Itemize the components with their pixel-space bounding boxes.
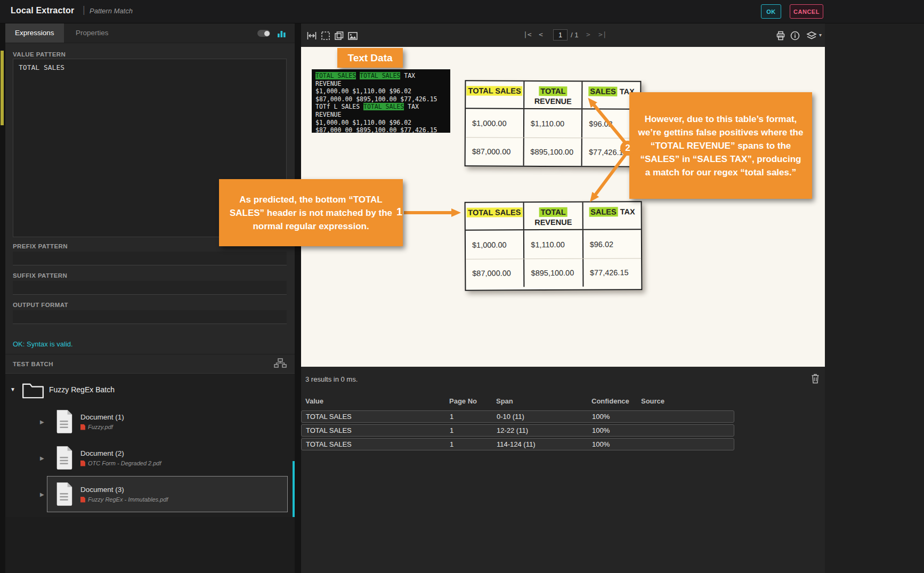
page-number-input[interactable] (553, 29, 568, 41)
table-cell: $96.02 (582, 230, 642, 259)
text-data-callout: Text Data (337, 48, 403, 68)
title-separator: | (83, 4, 85, 15)
cancel-button[interactable]: CANCEL (790, 4, 823, 19)
results-column-header: Span (496, 397, 591, 405)
panel-splitter[interactable] (295, 23, 301, 573)
pdf-icon (80, 424, 85, 430)
collapse-caret-icon[interactable]: ▼ (10, 386, 15, 392)
prefix-pattern-label: PREFIX PATTERN (13, 243, 68, 249)
console-line: $1,000.00 $1,110.00 $96.02 (315, 119, 447, 127)
page-total: / 1 (571, 31, 578, 39)
table-cell: $87,000.00 (466, 138, 523, 166)
left-edge-marker (1, 51, 4, 125)
table-cell: $1,000.00 (466, 109, 523, 138)
panel-tab-bar: Expressions Properties (5, 23, 295, 43)
output-format-input[interactable] (13, 310, 287, 324)
suffix-pattern-input[interactable] (13, 281, 287, 295)
title-bar: Local Extractor | Pattern Match OK CANCE… (0, 0, 924, 23)
result-row[interactable]: TOTAL SALES1114-124 (11)100% (301, 438, 734, 450)
callout-2-number: 2 (620, 141, 635, 156)
green-highlight: SALES (588, 86, 617, 96)
console-line: $1,000.00 $1,110.00 $96.02 (315, 87, 447, 95)
results-column-header: Confidence (591, 397, 641, 405)
toggle-icon[interactable] (257, 30, 270, 37)
yellow-highlight: TOTAL SALES (466, 207, 522, 217)
syntax-status: OK: Syntax is valid. (13, 340, 73, 348)
document-icon (54, 408, 74, 435)
table-header-cell: SALES TAX (582, 202, 641, 229)
expand-caret-icon[interactable]: ▶ (40, 455, 44, 461)
expressions-panel: Expressions Properties VALUE PATTERN TOT… (5, 23, 295, 573)
preview-table-bottom: TOTAL SALESTOTAL REVENUESALES TAX$1,000.… (465, 201, 643, 291)
pdf-icon (80, 461, 85, 466)
document-filename: OTC Form - Degraded 2.pdf (88, 460, 161, 466)
chart-icon[interactable] (277, 29, 286, 38)
green-highlight: SALES (589, 207, 618, 216)
suffix-pattern-label: SUFFIX PATTERN (13, 272, 67, 279)
test-batch-label: TEST BATCH (13, 361, 53, 367)
prefix-pattern-input[interactable] (13, 252, 287, 265)
layers-icon[interactable] (805, 30, 818, 41)
folder-icon (21, 382, 45, 399)
info-icon[interactable] (790, 30, 800, 41)
app-title: Local Extractor (11, 6, 74, 15)
batch-folder-row[interactable]: ▼ Fuzzy RegEx Batch (5, 380, 295, 400)
table-cell: $1,000.00 (466, 230, 524, 259)
last-page-button[interactable]: >| (598, 30, 607, 38)
layers-dropdown-caret-icon[interactable]: ▾ (819, 32, 822, 38)
yellow-highlight: TOTAL SALES (467, 86, 523, 96)
output-format-label: OUTPUT FORMAT (13, 302, 68, 308)
table-header-cell: TOTAL SALES (466, 81, 523, 108)
left-edge-rail (0, 23, 5, 573)
expand-caret-icon[interactable]: ▶ (40, 419, 44, 425)
console-line: TOTAL SALES TOTAL SALES TAX (315, 72, 447, 80)
results-panel: 3 results in 0 ms. ValuePage NoSpanConfi… (301, 367, 825, 573)
marquee-select-icon[interactable] (320, 30, 331, 41)
results-column-header: Source (641, 397, 734, 405)
table-cell: $87,000.00 (466, 259, 524, 287)
table-header-cell: TOTAL REVENUE (523, 82, 582, 109)
matched-text: TOTAL SALES (360, 72, 400, 79)
batch-hierarchy-icon[interactable] (274, 358, 287, 368)
table-header-cell: TOTAL SALES (466, 203, 524, 230)
callout-1-text: As predicted, the bottom “TOTAL SALES” h… (227, 193, 395, 233)
viewer-toolbar: |< < / 1 > >| ▾ (301, 23, 825, 47)
document-item[interactable]: ▶Document (1)Fuzzy.pdf (47, 403, 288, 440)
first-page-button[interactable]: |< (523, 30, 532, 38)
table-cell: $895,100.00 (523, 138, 581, 166)
result-row[interactable]: TOTAL SALES112-22 (11)100% (301, 424, 734, 437)
console-line: $87,000.00 $895,100.00 $77,426.15 (315, 95, 447, 103)
previous-page-button[interactable]: < (539, 30, 543, 38)
preview-table-top: TOTAL SALESTOTAL REVENUESALES TAX$1,000.… (465, 80, 642, 167)
panel-bottom-area (5, 517, 295, 573)
document-item[interactable]: ▶Document (3)Fuzzy RegEx - Immutables.pd… (47, 476, 288, 512)
table-cell: $895,100.00 (523, 259, 582, 287)
fit-width-icon[interactable] (306, 30, 317, 41)
panel-divider (5, 354, 295, 354)
callout-2-text: However, due to this table’s format, we’… (637, 112, 804, 179)
text-data-console: TOTAL SALES TOTAL SALES TAXREVENUE$1,000… (312, 69, 450, 133)
expand-caret-icon[interactable]: ▶ (40, 491, 44, 497)
console-line: REVENUE (315, 80, 447, 88)
table-header-cell: TOTAL REVENUE (523, 203, 582, 230)
console-line: REVENUE (315, 111, 447, 119)
result-row[interactable]: TOTAL SALES10-10 (11)100% (301, 410, 734, 423)
local-extractor-window: Local Extractor | Pattern Match OK CANCE… (0, 0, 924, 573)
callout-1: As predicted, the bottom “TOTAL SALES” h… (219, 179, 403, 246)
document-icon (54, 445, 74, 471)
tab-expressions[interactable]: Expressions (5, 23, 64, 43)
copy-pages-icon[interactable] (334, 30, 344, 41)
document-title: Document (1) (80, 413, 124, 421)
print-icon[interactable] (775, 30, 786, 41)
ok-button[interactable]: OK (761, 4, 781, 19)
tab-properties[interactable]: Properties (66, 23, 118, 43)
document-item[interactable]: ▶Document (2)OTC Form - Degraded 2.pdf (47, 440, 288, 476)
image-view-icon[interactable] (347, 30, 358, 41)
clear-results-icon[interactable] (810, 373, 820, 384)
document-icon (54, 481, 74, 507)
test-batch-tree: ▼ Fuzzy RegEx Batch ▶Document (1)Fuzzy.p… (5, 373, 295, 517)
console-line: TOTf L SALES TOTAL SALES TAX (315, 103, 447, 111)
next-page-button[interactable]: > (586, 30, 590, 38)
results-column-header: Page No (449, 397, 496, 405)
table-cell: $1,110.00 (523, 230, 582, 259)
